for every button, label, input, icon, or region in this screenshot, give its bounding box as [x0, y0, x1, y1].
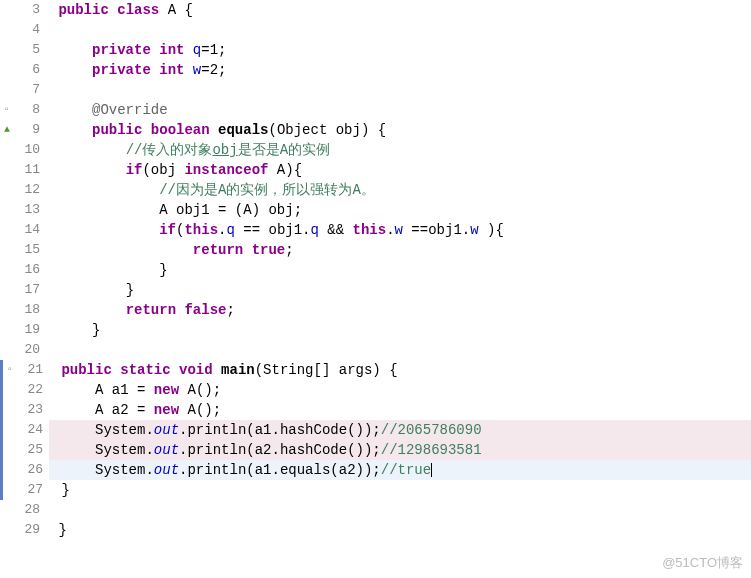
code-line[interactable]: 7 [0, 80, 751, 100]
code-line[interactable]: 5 private int q=1; [0, 40, 751, 60]
gutter-blank [0, 300, 14, 320]
token-method: equals [218, 122, 268, 138]
code-line[interactable]: 6 private int w=2; [0, 60, 751, 80]
code-editor[interactable]: 3 public class A {45 private int q=1;6 p… [0, 0, 751, 578]
token-kw: if [159, 222, 176, 238]
code-line[interactable]: 10 //传入的对象obj是否是A的实例 [0, 140, 751, 160]
code-content[interactable]: @Override [46, 100, 751, 120]
token-kw: if [126, 162, 143, 178]
gutter-blank [0, 140, 14, 160]
token-punc: ) [356, 442, 364, 458]
token-plain [235, 222, 243, 238]
code-line[interactable]: 11 if(obj instanceof A){ [0, 160, 751, 180]
token-punc: ( [268, 122, 276, 138]
line-number: 21 [17, 360, 49, 380]
token-plain: A [159, 2, 184, 18]
token-plain [369, 122, 377, 138]
code-content[interactable]: return true; [46, 240, 751, 260]
token-kw: false [184, 302, 226, 318]
token-plain [226, 202, 234, 218]
token-punc: ) [356, 462, 364, 478]
code-content[interactable] [46, 340, 751, 360]
code-line[interactable]: 22 A a1 = new A(); [0, 380, 751, 400]
code-content[interactable]: } [46, 280, 751, 300]
token-plain: A a1 [95, 382, 137, 398]
code-line[interactable]: ▫8 @Override [0, 100, 751, 120]
token-cmt: //2065786090 [381, 422, 482, 438]
token-cmt: 是否是A的实例 [238, 142, 330, 158]
token-kw: return [126, 302, 176, 318]
code-line[interactable]: ▲9 public boolean equals(Object obj) { [0, 120, 751, 140]
code-content[interactable]: A a1 = new A(); [49, 380, 751, 400]
token-punc: . [145, 462, 153, 478]
token-punc: { [184, 2, 192, 18]
code-line[interactable]: 13 A obj1 = (A) obj; [0, 200, 751, 220]
token-plain: A [179, 402, 196, 418]
code-line[interactable]: 4 [0, 20, 751, 40]
code-content[interactable]: System.out.println(a1.hashCode());//2065… [49, 420, 751, 440]
code-line[interactable]: 20 [0, 340, 751, 360]
code-content[interactable]: A obj1 = (A) obj; [46, 200, 751, 220]
code-content[interactable]: A a2 = new A(); [49, 400, 751, 420]
token-punc: . [145, 442, 153, 458]
code-line[interactable]: 16 } [0, 260, 751, 280]
code-line[interactable]: 28 [0, 500, 751, 520]
code-content[interactable]: public class A { [46, 0, 751, 20]
token-punc: { [378, 122, 386, 138]
code-content[interactable]: private int w=2; [46, 60, 751, 80]
code-line[interactable]: 3 public class A { [0, 0, 751, 20]
code-content[interactable]: } [49, 480, 751, 500]
code-line[interactable]: 24 System.out.println(a1.hashCode());//2… [0, 420, 751, 440]
code-content[interactable]: //传入的对象obj是否是A的实例 [46, 140, 751, 160]
code-line[interactable]: 23 A a2 = new A(); [0, 400, 751, 420]
code-content[interactable] [46, 20, 751, 40]
token-kw: private [92, 62, 151, 78]
code-line[interactable]: 29 } [0, 520, 751, 540]
token-plain [53, 422, 95, 438]
line-number: 7 [14, 80, 46, 100]
token-kw: this [353, 222, 387, 238]
gutter-blank [0, 340, 14, 360]
code-line[interactable]: 14 if(this.q == obj1.q && this.w ==obj1.… [0, 220, 751, 240]
override-marker-icon[interactable]: ▲ [0, 120, 14, 140]
code-content[interactable]: } [46, 260, 751, 280]
code-content[interactable] [46, 80, 751, 100]
token-punc: { [294, 162, 302, 178]
line-number: 24 [17, 420, 49, 440]
code-content[interactable]: } [46, 320, 751, 340]
token-kw: instanceof [184, 162, 268, 178]
code-content[interactable]: System.out.println(a2.hashCode());//1298… [49, 440, 751, 460]
token-plain: println [187, 442, 246, 458]
code-content[interactable] [46, 500, 751, 520]
fold-marker-icon[interactable]: ▫ [0, 100, 14, 120]
code-content[interactable]: private int q=1; [46, 40, 751, 60]
token-punc: ; [218, 42, 226, 58]
code-content[interactable]: System.out.println(a1.equals(a2));//true [49, 460, 751, 480]
code-line[interactable]: 18 return false; [0, 300, 751, 320]
code-content[interactable]: if(this.q == obj1.q && this.w ==obj1.w )… [46, 220, 751, 240]
code-line[interactable]: 12 //因为是A的实例，所以强转为A。 [0, 180, 751, 200]
token-kw: int [159, 62, 184, 78]
code-line[interactable]: 27 } [0, 480, 751, 500]
code-content[interactable]: //因为是A的实例，所以强转为A。 [46, 180, 751, 200]
code-content[interactable]: if(obj instanceof A){ [46, 160, 751, 180]
token-plain [50, 322, 92, 338]
token-plain [184, 42, 192, 58]
code-line[interactable]: 25 System.out.println(a2.hashCode());//1… [0, 440, 751, 460]
token-cmt-red: obj [212, 142, 237, 158]
fold-marker-icon[interactable]: ▫ [3, 360, 17, 380]
code-line[interactable]: 26 System.out.println(a1.equals(a2));//t… [0, 460, 751, 480]
token-plain: A obj1 [159, 202, 218, 218]
code-content[interactable]: public static void main(String[] args) { [49, 360, 751, 380]
code-line[interactable]: 15 return true; [0, 240, 751, 260]
code-line[interactable]: ▫21 public static void main(String[] arg… [0, 360, 751, 380]
token-punc: == [411, 222, 428, 238]
token-plain [50, 222, 159, 238]
code-content[interactable]: return false; [46, 300, 751, 320]
code-line[interactable]: 17 } [0, 280, 751, 300]
token-punc: ) [252, 202, 260, 218]
token-punc: [ [314, 362, 322, 378]
code-content[interactable]: public boolean equals(Object obj) { [46, 120, 751, 140]
code-content[interactable]: } [46, 520, 751, 540]
code-line[interactable]: 19 } [0, 320, 751, 340]
